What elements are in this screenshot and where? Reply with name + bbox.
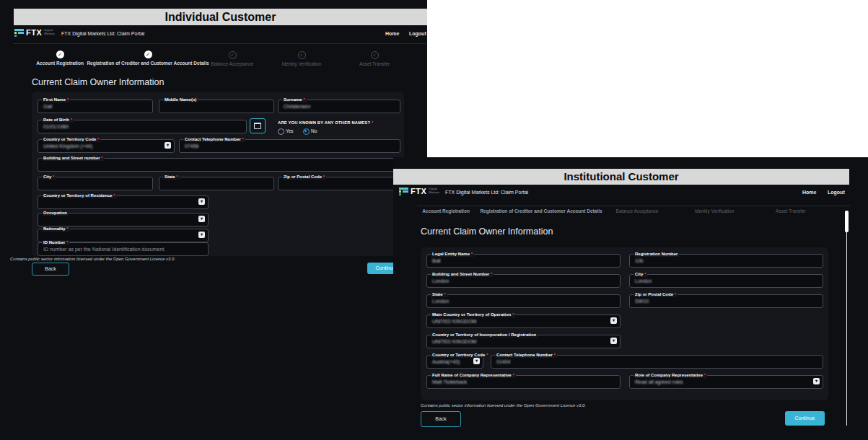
phone-value: 01404: [496, 359, 510, 364]
rep-name-value: Matt Tickleback: [432, 379, 467, 384]
id-number-field[interactable]: ID Number * ID number as per the Nationa…: [38, 242, 209, 256]
phone-label: Contact Telephone Number *: [183, 137, 245, 142]
back-button[interactable]: Back: [421, 411, 461, 427]
registration-number-field[interactable]: Registration Number 10b: [629, 254, 823, 268]
building-street-label: Building and Street Number *: [431, 272, 494, 277]
radio-yes[interactable]: [278, 128, 284, 135]
licence-note: Contains public sector information licen…: [421, 403, 586, 408]
step-asset-transfer: ✓ Asset Transfer: [302, 47, 447, 66]
zip-label: Zip or Postal Code *: [634, 292, 678, 297]
zip-field[interactable]: Zip or Postal Code *: [278, 177, 400, 190]
page-title: Current Claim Owner Information: [421, 226, 553, 237]
country-code-select[interactable]: Country or Territory Code * United Kingd…: [38, 139, 175, 153]
id-number-placeholder: ID number as per the National Identifica…: [43, 247, 165, 252]
radio-no[interactable]: [303, 128, 310, 135]
chevron-down-icon: ▾: [198, 198, 205, 205]
building-street-field[interactable]: Building and Street Number * London: [426, 274, 621, 288]
phone-value: 07456: [185, 144, 198, 149]
calendar-icon: [254, 123, 261, 129]
institutional-banner: Institutional Customer: [393, 169, 849, 185]
logout-link[interactable]: Logout: [828, 190, 845, 195]
country-code-value: Austria(+43): [432, 359, 460, 364]
phone-label: Contact Telephone Number *: [495, 353, 557, 358]
page-title: Current Claim Owner Information: [32, 77, 164, 87]
city-label: City *: [42, 175, 56, 180]
radio-yes-label: Yes: [286, 128, 294, 133]
rep-role-select[interactable]: Role of Company Representative * Read al…: [629, 375, 823, 389]
surname-value: Christensen: [284, 104, 310, 109]
city-field[interactable]: City *: [38, 177, 153, 190]
city-field[interactable]: City * London: [629, 274, 823, 288]
back-button[interactable]: Back: [32, 263, 69, 276]
brand-word: FTX: [411, 187, 426, 195]
date-picker-button[interactable]: [250, 118, 266, 133]
occupation-select[interactable]: Occupation ▾: [38, 213, 209, 226]
individual-banner: Individual Customer: [14, 9, 427, 25]
brand-subtitle: DigitalMarkets: [429, 188, 439, 194]
step-check-icon: ✓: [144, 50, 152, 58]
building-street-value: London: [432, 278, 449, 283]
individual-customer-panel: Individual Customer FTX DigitalMarkets F…: [0, 0, 427, 440]
institutional-customer-panel: Institutional Customer FTX DigitalMarket…: [393, 157, 868, 440]
header-divider: [417, 206, 850, 206]
incorporation-value: UNITED KINGDOM: [432, 339, 476, 344]
date-of-birth-label: Date of Birth *: [42, 118, 74, 123]
ftx-logo: FTX DigitalMarkets: [399, 187, 439, 195]
zip-label: Zip or Postal Code *: [282, 175, 326, 180]
radio-no-label: No: [311, 128, 317, 133]
surname-field[interactable]: Surname * Christensen: [278, 100, 400, 113]
state-field[interactable]: State * London: [426, 294, 621, 308]
chevron-down-icon: ▾: [473, 358, 480, 364]
rep-role-value: Read all agreed roles: [635, 379, 683, 384]
building-street-field[interactable]: Building and Street number *: [38, 158, 400, 172]
first-name-field[interactable]: First Name * Gail: [38, 100, 153, 113]
brand-word: FTX: [26, 28, 42, 37]
id-number-label: ID Number *: [42, 240, 69, 245]
main-country-select[interactable]: Main Country or Territory of Operation *…: [426, 314, 621, 328]
nationality-label: Nationality *: [42, 226, 70, 232]
home-link[interactable]: Home: [385, 31, 399, 36]
scrollbar-track[interactable]: [846, 211, 847, 426]
first-name-label: First Name *: [42, 97, 70, 102]
country-code-select[interactable]: Country or Territory Code * Austria(+43)…: [426, 355, 483, 369]
middle-name-field[interactable]: Middle Name(s): [159, 100, 274, 113]
app-title: FTX Digital Markets Ltd: Claim Portal: [445, 190, 528, 195]
occupation-label: Occupation: [42, 211, 69, 216]
state-field[interactable]: State *: [159, 177, 274, 190]
continue-button[interactable]: Continue: [785, 411, 825, 426]
brand-subtitle: DigitalMarkets: [44, 29, 55, 35]
main-country-label: Main Country or Territory of Operation *: [431, 312, 515, 317]
date-of-birth-field[interactable]: Date of Birth * 01/01/1980: [38, 120, 247, 133]
chevron-down-icon: ▾: [813, 378, 820, 384]
chevron-down-icon: ▾: [610, 317, 617, 324]
logout-link[interactable]: Logout: [409, 31, 426, 36]
phone-field[interactable]: Contact Telephone Number * 07456: [179, 139, 400, 153]
step-asset-transfer: Asset Transfer: [719, 207, 863, 214]
other-names-question: ARE YOU KNOWN BY ANY OTHER NAMES? *: [278, 120, 373, 125]
registration-number-label: Registration Number: [634, 252, 679, 257]
chevron-down-icon: ▾: [610, 338, 617, 344]
incorporation-select[interactable]: Country or Territory of Incorporation / …: [426, 335, 621, 348]
surname-label: Surname *: [282, 97, 307, 102]
zip-field[interactable]: Zip or Postal Code * SW10: [629, 294, 823, 308]
state-value: London: [432, 299, 449, 304]
app-title: FTX Digital Markets Ltd: Claim Portal: [61, 31, 144, 36]
date-of-birth-value: 01/01/1980: [43, 124, 69, 129]
incorporation-label: Country or Territory of Incorporation / …: [431, 333, 538, 338]
state-label: State *: [431, 292, 447, 297]
home-link[interactable]: Home: [802, 190, 816, 195]
ftx-bars-icon: [399, 188, 408, 195]
legal-entity-field[interactable]: Legal Entity Name * Ball: [426, 254, 621, 268]
phone-field[interactable]: Contact Telephone Number * 01404: [491, 355, 823, 369]
city-value: London: [635, 278, 652, 283]
state-label: State *: [163, 175, 180, 180]
residence-select[interactable]: Country or Territory of Residence * ▾: [38, 195, 209, 209]
chevron-down-icon: ▾: [198, 216, 205, 222]
step-check-icon: ✓: [371, 51, 379, 59]
licence-note: Contains public sector information licen…: [10, 257, 175, 261]
step-check-icon: ✓: [56, 50, 64, 58]
ftx-bars-icon: [14, 29, 24, 37]
rep-name-field[interactable]: Full Name of Company Representative * Ma…: [426, 375, 621, 389]
scrollbar-thumb[interactable]: [845, 211, 849, 232]
zip-value: SW10: [635, 299, 649, 304]
